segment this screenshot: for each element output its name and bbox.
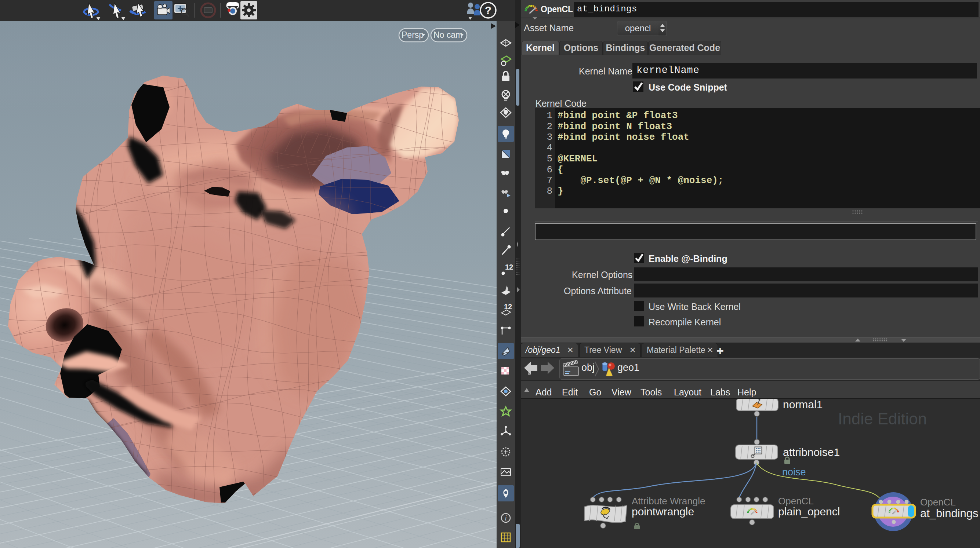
svg-text:Persp: Persp (401, 30, 423, 40)
svg-text:No cam: No cam (433, 30, 463, 40)
svg-text:?: ? (485, 4, 492, 16)
svg-text:12: 12 (505, 263, 513, 271)
svg-text:noise: noise (782, 467, 806, 478)
svg-text:pointwrangle: pointwrangle (632, 505, 694, 518)
svg-text:at_bindings: at_bindings (920, 507, 978, 520)
svg-text:normal1: normal1 (783, 399, 822, 410)
svg-text:Indie Edition: Indie Edition (838, 410, 927, 428)
svg-text:attribnoise1: attribnoise1 (783, 446, 840, 458)
svg-text:OpenCL: OpenCL (920, 497, 956, 508)
svg-text:12: 12 (504, 303, 512, 311)
svg-text:OpenCL: OpenCL (778, 496, 814, 507)
svg-text:Attribute Wrangle: Attribute Wrangle (632, 496, 705, 507)
svg-text:plain_opencl: plain_opencl (778, 505, 840, 518)
svg-text:i: i (505, 514, 507, 522)
